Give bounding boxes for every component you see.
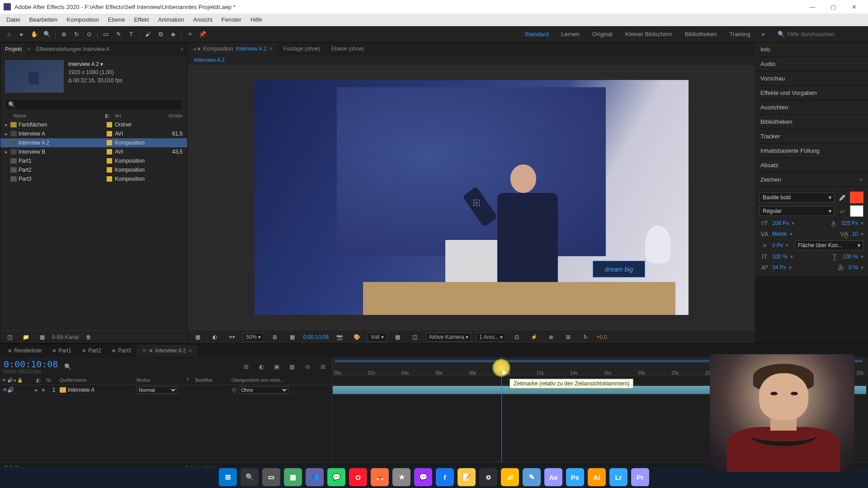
fill-color-swatch[interactable] bbox=[850, 192, 863, 203]
project-item[interactable]: Part3Komposition bbox=[0, 174, 187, 183]
zoom-select[interactable]: 50% ▾ bbox=[243, 333, 264, 342]
anchor-point-icon[interactable]: ⊕ bbox=[473, 200, 480, 206]
timeline-tab-renderliste[interactable]: ■ Renderliste bbox=[3, 345, 47, 357]
shy-icon[interactable]: ▣ bbox=[271, 361, 282, 372]
taskbar-tasks-icon[interactable]: ▭ bbox=[262, 468, 280, 486]
font-family-select[interactable]: Bastile bold▾ bbox=[760, 192, 835, 202]
panel-character-header[interactable]: Zeichen≡ bbox=[755, 173, 868, 187]
project-item[interactable]: ▸Interview AAVI61,5 bbox=[0, 129, 187, 138]
puppet-tool-icon[interactable]: 📌 bbox=[197, 28, 208, 40]
menu-hilfe[interactable]: Hilfe bbox=[246, 14, 267, 25]
hscale[interactable]: 100 % bbox=[843, 253, 858, 260]
menu-ansicht[interactable]: Ansicht bbox=[189, 14, 217, 25]
panel-tracker[interactable]: Tracker bbox=[755, 129, 868, 144]
timeline-tab-part3[interactable]: ■ Part3 bbox=[107, 345, 137, 357]
kerning[interactable]: Metrik bbox=[772, 231, 787, 237]
taskbar-ai-icon[interactable]: Ai bbox=[588, 468, 606, 486]
expand-layer[interactable]: ▸ bbox=[35, 387, 42, 393]
pan-behind-tool-icon[interactable]: ⊙ bbox=[83, 28, 95, 40]
timeline-search-icon[interactable]: 🔍 bbox=[62, 361, 73, 372]
trash-icon[interactable]: 🗑 bbox=[83, 331, 94, 343]
resolution-select[interactable]: Voll ▾ bbox=[368, 333, 387, 342]
project-item[interactable]: Part1Komposition bbox=[0, 156, 187, 165]
panel-overflow-icon[interactable]: » bbox=[177, 46, 187, 52]
transparency-icon[interactable]: ▦ bbox=[392, 331, 404, 343]
frame-blend-icon[interactable]: ▦ bbox=[287, 361, 297, 372]
snapshot-icon[interactable]: 📷 bbox=[334, 331, 345, 343]
graph-editor-icon[interactable]: ⊞ bbox=[317, 361, 328, 372]
home-icon[interactable]: ⌂ bbox=[3, 28, 15, 40]
grid-icon[interactable]: ▦ bbox=[286, 331, 298, 343]
fast-preview-icon[interactable]: ⚡ bbox=[528, 331, 540, 343]
stroke-width[interactable]: 0 Px bbox=[772, 242, 783, 249]
label-column-icon[interactable]: ◧ bbox=[105, 113, 115, 119]
timeline-tab-part2[interactable]: ■ Part2 bbox=[77, 345, 107, 357]
taskbar-ae-icon[interactable]: Ae bbox=[544, 468, 562, 486]
taskbar-facebook-icon[interactable]: f bbox=[436, 468, 454, 486]
col-size[interactable]: Größe bbox=[160, 113, 183, 119]
tsume[interactable]: 0 % bbox=[849, 264, 858, 271]
project-item[interactable]: Interview A 2Komposition bbox=[0, 138, 187, 147]
font-size[interactable]: 208 Px bbox=[772, 220, 789, 226]
menu-datei[interactable]: Datei bbox=[2, 14, 24, 25]
res-icon[interactable]: ⊞ bbox=[269, 331, 281, 343]
taskbar-firefox-icon[interactable]: 🦊 bbox=[371, 468, 389, 486]
3d-icon[interactable]: ◫ bbox=[409, 331, 421, 343]
maximize-button[interactable]: ▢ bbox=[823, 0, 844, 14]
taskbar-editor-icon[interactable]: ✎ bbox=[523, 468, 541, 486]
selection-tool-icon[interactable]: ▸ bbox=[16, 28, 28, 40]
stroke-option-select[interactable]: Fläche über Kon...▾ bbox=[795, 240, 863, 250]
project-search[interactable]: 🔍 bbox=[5, 99, 183, 110]
hand-tool-icon[interactable]: ✋ bbox=[28, 28, 40, 40]
camera-select[interactable]: Aktive Kamera ▾ bbox=[426, 333, 472, 342]
taskbar-opera-icon[interactable]: O bbox=[349, 468, 367, 486]
tab-project[interactable]: Projekt bbox=[0, 43, 26, 55]
channel-icon[interactable]: ◐ bbox=[209, 331, 221, 343]
panel-info[interactable]: Info bbox=[755, 42, 868, 57]
selected-comp-name[interactable]: Interview A 2 ▾ bbox=[68, 60, 123, 68]
timeline-tab-part1[interactable]: ■ Part1 bbox=[47, 345, 77, 357]
project-item[interactable]: ▸FarbflächenOrdner bbox=[0, 120, 187, 129]
text-tool-icon[interactable]: T bbox=[125, 28, 137, 40]
comp-breadcrumb[interactable]: Interview A 2 bbox=[188, 55, 755, 65]
views-select[interactable]: 1 Ansi... ▾ bbox=[476, 333, 506, 342]
clone-tool-icon[interactable]: ⧉ bbox=[155, 28, 166, 40]
taskbar-widgets-icon[interactable]: ▦ bbox=[284, 468, 302, 486]
blend-mode-select[interactable]: Normal bbox=[137, 386, 177, 394]
taskbar-app-icon[interactable]: ★ bbox=[392, 468, 410, 486]
pixel-aspect-icon[interactable]: ⊡ bbox=[511, 331, 523, 343]
panel-absatz[interactable]: Absatz bbox=[755, 158, 868, 173]
project-item[interactable]: Part2Komposition bbox=[0, 165, 187, 174]
col-type[interactable]: Art bbox=[115, 113, 160, 119]
taskbar-messenger-icon[interactable]: 💬 bbox=[414, 468, 432, 486]
tab-footage[interactable]: Footage (ohne) bbox=[278, 43, 326, 55]
roto-tool-icon[interactable]: ✧ bbox=[184, 28, 196, 40]
color-mgmt-icon[interactable]: 🎨 bbox=[351, 331, 363, 343]
orbit-tool-icon[interactable]: ⊕ bbox=[58, 28, 70, 40]
rotate-tool-icon[interactable]: ↻ bbox=[71, 28, 82, 40]
viewer-time[interactable]: 0:00:10:08 bbox=[303, 334, 329, 340]
audio-toggle[interactable]: 🔊 bbox=[8, 387, 14, 393]
no-stroke-icon[interactable]: ▱ bbox=[837, 206, 847, 216]
rectangle-tool-icon[interactable]: ▭ bbox=[100, 28, 112, 40]
tracking[interactable]: 10 bbox=[852, 231, 858, 237]
panel-vorschau[interactable]: Vorschau bbox=[755, 71, 868, 86]
taskbar-teams-icon[interactable]: 👥 bbox=[306, 468, 324, 486]
menu-fenster[interactable]: Fenster bbox=[217, 14, 246, 25]
panel-ausrichten[interactable]: Ausrichten bbox=[755, 100, 868, 115]
pen-tool-icon[interactable]: ✎ bbox=[113, 28, 124, 40]
taskbar-lr-icon[interactable]: Lr bbox=[609, 468, 627, 486]
workspace-lernen[interactable]: Lernen bbox=[555, 28, 585, 40]
menu-animation[interactable]: Animation bbox=[153, 14, 189, 25]
taskbar-pr-icon[interactable]: Pr bbox=[631, 468, 649, 486]
menu-bearbeiten[interactable]: Bearbeiten bbox=[24, 14, 62, 25]
draft-3d-icon[interactable]: ◐ bbox=[256, 361, 267, 372]
zoom-tool-icon[interactable]: 🔍 bbox=[41, 28, 53, 40]
eyedropper-icon[interactable]: 💉 bbox=[837, 193, 847, 202]
motion-blur-icon[interactable]: ⊘ bbox=[302, 361, 313, 372]
taskbar-search-icon[interactable]: 🔍 bbox=[241, 468, 259, 486]
menu-komposition[interactable]: Komposition bbox=[62, 14, 104, 25]
interpret-footage-icon[interactable]: ◳ bbox=[4, 331, 15, 343]
workspace-standard[interactable]: Standard bbox=[519, 28, 555, 40]
taskbar-notes-icon[interactable]: 📝 bbox=[458, 468, 476, 486]
